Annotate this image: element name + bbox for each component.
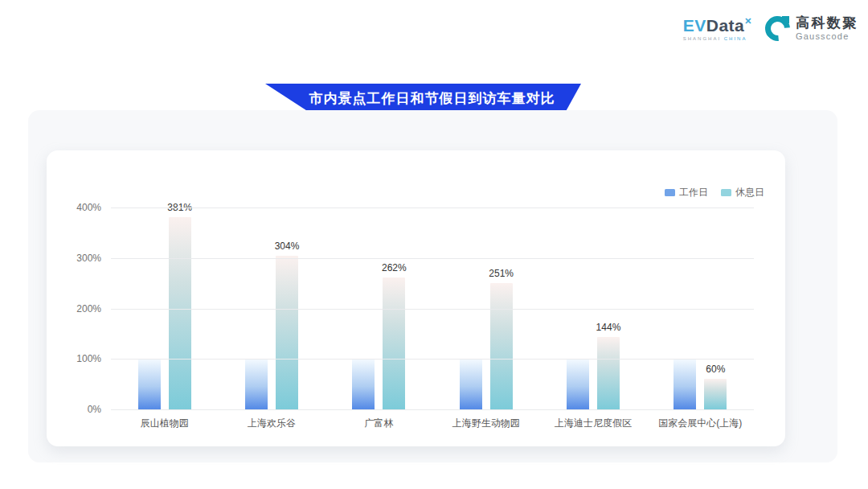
bar-value-label: 304% bbox=[275, 240, 300, 252]
bar-workday bbox=[138, 359, 161, 409]
bar-workday bbox=[460, 359, 482, 409]
evdata-subtext: SHANGHAI CHINA bbox=[683, 36, 752, 41]
gridline bbox=[111, 309, 754, 310]
evdata-data-text: Data bbox=[706, 16, 745, 35]
bar-value-label: 60% bbox=[706, 364, 725, 375]
bar-restday bbox=[276, 256, 298, 409]
evdata-wordmark: EVData✕ bbox=[683, 17, 752, 34]
bar-workday bbox=[352, 359, 375, 409]
chart-legend: 工作日 休息日 bbox=[665, 186, 764, 199]
gridline bbox=[111, 208, 754, 208]
gausscode-cn-name: 高科数聚 bbox=[796, 16, 858, 31]
bar-workday bbox=[674, 359, 696, 409]
title-banner: 市内景点工作日和节假日到访车量对比 bbox=[265, 84, 581, 113]
plot-area: 381%辰山植物园304%上海欢乐谷262%广富林251%上海野生动物园144%… bbox=[111, 208, 754, 409]
legend-label-workday: 工作日 bbox=[679, 186, 708, 199]
page-title: 市内景点工作日和节假日到访车量对比 bbox=[292, 89, 555, 108]
x-axis-category-label: 上海迪士尼度假区 bbox=[555, 417, 632, 430]
bar-restday bbox=[597, 337, 620, 409]
gridline bbox=[111, 258, 754, 259]
legend-item-restday[interactable]: 休息日 bbox=[721, 186, 764, 199]
legend-label-restday: 休息日 bbox=[735, 186, 764, 199]
evdata-subtext-china: CHINA bbox=[724, 36, 747, 41]
evdata-logo: EVData✕ SHANGHAI CHINA bbox=[683, 17, 752, 41]
y-axis-tick-label: 300% bbox=[76, 253, 101, 264]
x-axis-category-label: 辰山植物园 bbox=[141, 417, 189, 430]
bar-value-label: 262% bbox=[382, 262, 407, 273]
header-logos: EVData✕ SHANGHAI CHINA 高科数聚 Gausscode bbox=[683, 16, 858, 41]
evdata-x-mark-icon: ✕ bbox=[744, 16, 752, 26]
bar-restday bbox=[490, 283, 513, 410]
gausscode-g-icon bbox=[765, 16, 790, 41]
bar-workday bbox=[245, 359, 268, 409]
y-axis-tick-label: 0% bbox=[88, 404, 101, 415]
x-axis-category-label: 上海野生动物园 bbox=[452, 417, 520, 430]
evdata-subtext-shanghai: SHANGHAI bbox=[683, 36, 724, 41]
gridline bbox=[111, 359, 754, 360]
legend-item-workday[interactable]: 工作日 bbox=[665, 186, 708, 199]
x-axis-category-label: 上海欢乐谷 bbox=[248, 417, 296, 430]
bar-restday bbox=[704, 379, 727, 409]
y-axis-tick-label: 200% bbox=[76, 303, 101, 314]
y-axis-tick-label: 400% bbox=[76, 202, 101, 213]
bar-restday bbox=[383, 277, 405, 409]
bar-workday bbox=[567, 359, 589, 409]
y-axis-tick-label: 100% bbox=[76, 353, 101, 364]
gridline bbox=[111, 409, 754, 410]
bar-value-label: 251% bbox=[489, 268, 514, 279]
x-axis-category-label: 国家会展中心(上海) bbox=[658, 417, 742, 430]
chart-card: 工作日 休息日 381%辰山植物园304%上海欢乐谷262%广富林251%上海野… bbox=[47, 150, 785, 446]
chart-panel: 工作日 休息日 381%辰山植物园304%上海欢乐谷262%广富林251%上海野… bbox=[28, 110, 837, 462]
gausscode-logo: 高科数聚 Gausscode bbox=[765, 16, 858, 41]
legend-swatch-restday bbox=[721, 189, 731, 196]
evdata-ev-text: EV bbox=[683, 16, 706, 35]
bar-restday bbox=[169, 217, 191, 409]
x-axis-category-label: 广富林 bbox=[364, 417, 393, 430]
legend-swatch-workday bbox=[665, 189, 675, 196]
bar-value-label: 144% bbox=[596, 322, 621, 333]
gausscode-en-name: Gausscode bbox=[796, 31, 858, 41]
